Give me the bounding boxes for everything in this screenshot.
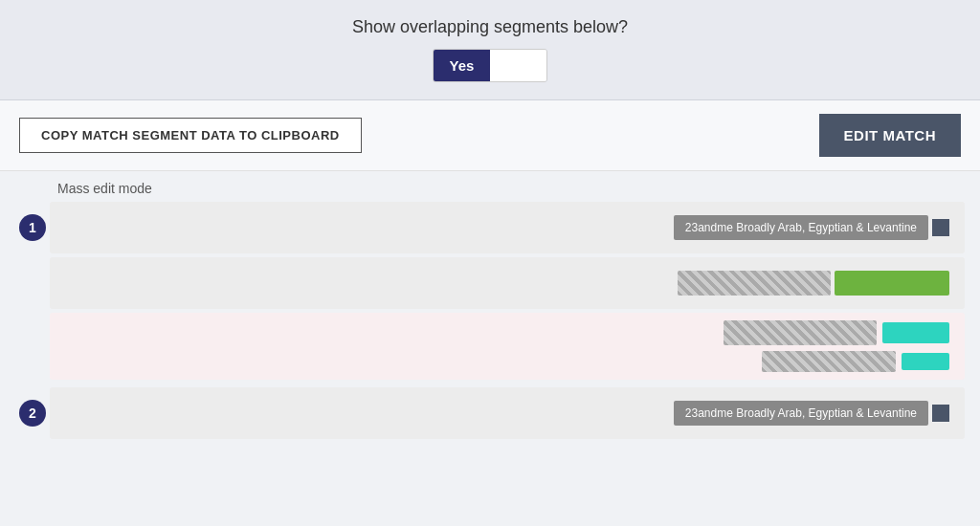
show-overlapping-label: Show overlapping segments below? (352, 17, 628, 37)
teal-bar-1 (882, 322, 949, 343)
overlap-bar-container-1 (59, 271, 955, 296)
number-circle-1: 1 (19, 214, 46, 241)
table-row (50, 257, 965, 309)
app-container: Show overlapping segments below? Yes COP… (0, 0, 980, 526)
toggle-no-button[interactable] (490, 50, 546, 81)
gray-striped-bar-overlap-2 (762, 351, 896, 372)
teal-bar-2 (902, 353, 949, 370)
segment-content-2: 23andme Broadly Arab, Egyptian & Levanti… (50, 387, 965, 439)
overlap-row-2 (59, 351, 955, 372)
segment-section: 1 23andme Broadly Arab, Egyptian & Levan… (0, 202, 980, 526)
segment-blue-square-2[interactable] (932, 405, 949, 422)
segment-bar-container-2: 23andme Broadly Arab, Egyptian & Levanti… (59, 401, 955, 426)
mass-edit-label: Mass edit mode (0, 171, 980, 202)
gray-striped-bar-overlap-1 (724, 320, 877, 345)
top-section: Show overlapping segments below? Yes (0, 0, 980, 100)
toggle-yes-button[interactable]: Yes (434, 50, 490, 81)
segment-number-2: 2 (15, 387, 50, 439)
segment-bar-container-1: 23andme Broadly Arab, Egyptian & Levanti… (59, 215, 955, 240)
table-row: 2 23andme Broadly Arab, Egyptian & Levan… (15, 387, 965, 439)
segment-label-bar-2: 23andme Broadly Arab, Egyptian & Levanti… (674, 401, 928, 426)
action-bar: COPY MATCH SEGMENT DATA TO CLIPBOARD EDI… (0, 100, 980, 171)
gray-striped-bar-1 (678, 271, 831, 296)
segment-label-bar-1: 23andme Broadly Arab, Egyptian & Levanti… (674, 215, 928, 240)
segment-number-1: 1 (15, 202, 50, 253)
table-row: 1 23andme Broadly Arab, Egyptian & Levan… (15, 202, 965, 253)
edit-match-button[interactable]: EDIT MATCH (819, 114, 961, 157)
overlap-row-1 (59, 320, 955, 345)
number-circle-2: 2 (19, 400, 46, 427)
overlap-section-1 (50, 313, 965, 380)
toggle-group: Yes (433, 49, 547, 82)
copy-clipboard-button[interactable]: COPY MATCH SEGMENT DATA TO CLIPBOARD (19, 118, 362, 153)
green-bar-1 (835, 271, 949, 296)
segment-blue-square-1[interactable] (932, 219, 949, 236)
segment-content-1: 23andme Broadly Arab, Egyptian & Levanti… (50, 202, 965, 253)
